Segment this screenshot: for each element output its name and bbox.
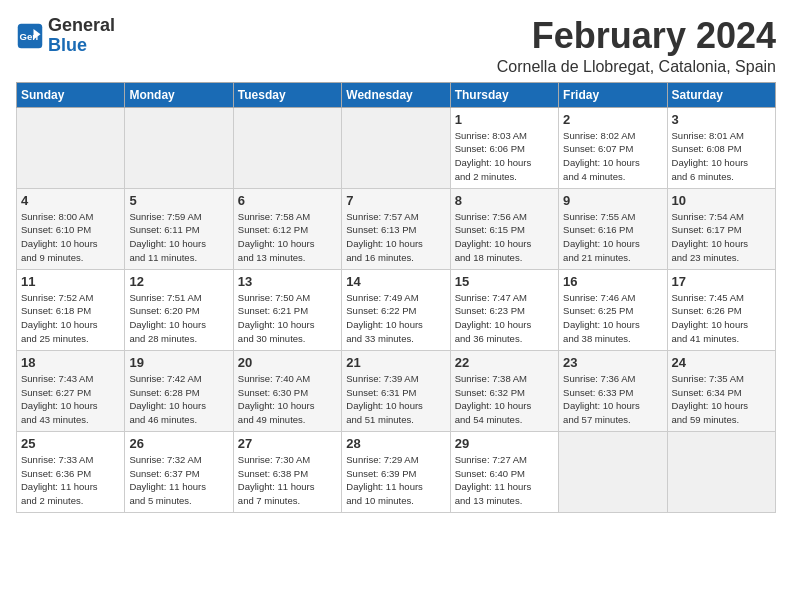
day-cell [342, 107, 450, 188]
day-cell: 20Sunrise: 7:40 AM Sunset: 6:30 PM Dayli… [233, 350, 341, 431]
day-cell: 5Sunrise: 7:59 AM Sunset: 6:11 PM Daylig… [125, 188, 233, 269]
day-cell: 3Sunrise: 8:01 AM Sunset: 6:08 PM Daylig… [667, 107, 775, 188]
day-number: 2 [563, 112, 662, 127]
day-number: 11 [21, 274, 120, 289]
day-number: 24 [672, 355, 771, 370]
day-cell: 28Sunrise: 7:29 AM Sunset: 6:39 PM Dayli… [342, 431, 450, 512]
day-cell: 17Sunrise: 7:45 AM Sunset: 6:26 PM Dayli… [667, 269, 775, 350]
day-cell: 29Sunrise: 7:27 AM Sunset: 6:40 PM Dayli… [450, 431, 558, 512]
day-number: 7 [346, 193, 445, 208]
day-cell: 2Sunrise: 8:02 AM Sunset: 6:07 PM Daylig… [559, 107, 667, 188]
day-number: 25 [21, 436, 120, 451]
day-cell: 22Sunrise: 7:38 AM Sunset: 6:32 PM Dayli… [450, 350, 558, 431]
day-info: Sunrise: 7:45 AM Sunset: 6:26 PM Dayligh… [672, 291, 771, 346]
day-info: Sunrise: 7:47 AM Sunset: 6:23 PM Dayligh… [455, 291, 554, 346]
day-number: 27 [238, 436, 337, 451]
header: Gen GeneralBlue February 2024 Cornella d… [16, 16, 776, 76]
calendar-table: SundayMondayTuesdayWednesdayThursdayFrid… [16, 82, 776, 513]
day-cell: 18Sunrise: 7:43 AM Sunset: 6:27 PM Dayli… [17, 350, 125, 431]
day-info: Sunrise: 7:46 AM Sunset: 6:25 PM Dayligh… [563, 291, 662, 346]
day-info: Sunrise: 7:27 AM Sunset: 6:40 PM Dayligh… [455, 453, 554, 508]
day-number: 18 [21, 355, 120, 370]
day-info: Sunrise: 7:40 AM Sunset: 6:30 PM Dayligh… [238, 372, 337, 427]
day-cell: 7Sunrise: 7:57 AM Sunset: 6:13 PM Daylig… [342, 188, 450, 269]
day-number: 1 [455, 112, 554, 127]
month-title: February 2024 [497, 16, 776, 56]
day-info: Sunrise: 8:03 AM Sunset: 6:06 PM Dayligh… [455, 129, 554, 184]
day-cell: 19Sunrise: 7:42 AM Sunset: 6:28 PM Dayli… [125, 350, 233, 431]
day-cell: 8Sunrise: 7:56 AM Sunset: 6:15 PM Daylig… [450, 188, 558, 269]
day-number: 29 [455, 436, 554, 451]
day-number: 23 [563, 355, 662, 370]
week-row-4: 18Sunrise: 7:43 AM Sunset: 6:27 PM Dayli… [17, 350, 776, 431]
day-cell: 1Sunrise: 8:03 AM Sunset: 6:06 PM Daylig… [450, 107, 558, 188]
day-info: Sunrise: 7:51 AM Sunset: 6:20 PM Dayligh… [129, 291, 228, 346]
weekday-header-monday: Monday [125, 82, 233, 107]
day-info: Sunrise: 7:54 AM Sunset: 6:17 PM Dayligh… [672, 210, 771, 265]
day-info: Sunrise: 7:55 AM Sunset: 6:16 PM Dayligh… [563, 210, 662, 265]
day-cell: 9Sunrise: 7:55 AM Sunset: 6:16 PM Daylig… [559, 188, 667, 269]
day-cell: 10Sunrise: 7:54 AM Sunset: 6:17 PM Dayli… [667, 188, 775, 269]
day-cell: 12Sunrise: 7:51 AM Sunset: 6:20 PM Dayli… [125, 269, 233, 350]
logo: Gen GeneralBlue [16, 16, 115, 56]
day-number: 8 [455, 193, 554, 208]
day-info: Sunrise: 7:35 AM Sunset: 6:34 PM Dayligh… [672, 372, 771, 427]
day-number: 4 [21, 193, 120, 208]
day-number: 20 [238, 355, 337, 370]
day-number: 10 [672, 193, 771, 208]
day-info: Sunrise: 7:43 AM Sunset: 6:27 PM Dayligh… [21, 372, 120, 427]
day-number: 19 [129, 355, 228, 370]
day-cell [667, 431, 775, 512]
day-number: 17 [672, 274, 771, 289]
day-info: Sunrise: 7:39 AM Sunset: 6:31 PM Dayligh… [346, 372, 445, 427]
day-number: 6 [238, 193, 337, 208]
week-row-2: 4Sunrise: 8:00 AM Sunset: 6:10 PM Daylig… [17, 188, 776, 269]
day-number: 3 [672, 112, 771, 127]
day-cell: 4Sunrise: 8:00 AM Sunset: 6:10 PM Daylig… [17, 188, 125, 269]
day-info: Sunrise: 7:56 AM Sunset: 6:15 PM Dayligh… [455, 210, 554, 265]
weekday-header-friday: Friday [559, 82, 667, 107]
day-number: 14 [346, 274, 445, 289]
day-number: 13 [238, 274, 337, 289]
day-cell: 13Sunrise: 7:50 AM Sunset: 6:21 PM Dayli… [233, 269, 341, 350]
day-number: 28 [346, 436, 445, 451]
day-number: 21 [346, 355, 445, 370]
day-cell: 14Sunrise: 7:49 AM Sunset: 6:22 PM Dayli… [342, 269, 450, 350]
logo-icon: Gen [16, 22, 44, 50]
day-number: 12 [129, 274, 228, 289]
title-area: February 2024 Cornella de Llobregat, Cat… [497, 16, 776, 76]
day-info: Sunrise: 7:50 AM Sunset: 6:21 PM Dayligh… [238, 291, 337, 346]
weekday-header-tuesday: Tuesday [233, 82, 341, 107]
week-row-3: 11Sunrise: 7:52 AM Sunset: 6:18 PM Dayli… [17, 269, 776, 350]
weekday-header-wednesday: Wednesday [342, 82, 450, 107]
day-info: Sunrise: 8:02 AM Sunset: 6:07 PM Dayligh… [563, 129, 662, 184]
day-info: Sunrise: 7:30 AM Sunset: 6:38 PM Dayligh… [238, 453, 337, 508]
day-info: Sunrise: 7:52 AM Sunset: 6:18 PM Dayligh… [21, 291, 120, 346]
day-number: 22 [455, 355, 554, 370]
day-info: Sunrise: 7:58 AM Sunset: 6:12 PM Dayligh… [238, 210, 337, 265]
day-info: Sunrise: 7:49 AM Sunset: 6:22 PM Dayligh… [346, 291, 445, 346]
week-row-1: 1Sunrise: 8:03 AM Sunset: 6:06 PM Daylig… [17, 107, 776, 188]
day-info: Sunrise: 7:33 AM Sunset: 6:36 PM Dayligh… [21, 453, 120, 508]
day-info: Sunrise: 7:36 AM Sunset: 6:33 PM Dayligh… [563, 372, 662, 427]
location-title: Cornella de Llobregat, Catalonia, Spain [497, 58, 776, 76]
day-cell: 23Sunrise: 7:36 AM Sunset: 6:33 PM Dayli… [559, 350, 667, 431]
weekday-header-saturday: Saturday [667, 82, 775, 107]
day-number: 15 [455, 274, 554, 289]
day-cell: 6Sunrise: 7:58 AM Sunset: 6:12 PM Daylig… [233, 188, 341, 269]
day-cell: 15Sunrise: 7:47 AM Sunset: 6:23 PM Dayli… [450, 269, 558, 350]
day-info: Sunrise: 7:32 AM Sunset: 6:37 PM Dayligh… [129, 453, 228, 508]
day-cell: 16Sunrise: 7:46 AM Sunset: 6:25 PM Dayli… [559, 269, 667, 350]
day-cell: 11Sunrise: 7:52 AM Sunset: 6:18 PM Dayli… [17, 269, 125, 350]
day-number: 26 [129, 436, 228, 451]
day-info: Sunrise: 7:59 AM Sunset: 6:11 PM Dayligh… [129, 210, 228, 265]
day-cell: 25Sunrise: 7:33 AM Sunset: 6:36 PM Dayli… [17, 431, 125, 512]
day-number: 5 [129, 193, 228, 208]
day-cell [233, 107, 341, 188]
weekday-header-sunday: Sunday [17, 82, 125, 107]
day-cell: 27Sunrise: 7:30 AM Sunset: 6:38 PM Dayli… [233, 431, 341, 512]
day-cell [125, 107, 233, 188]
day-cell: 26Sunrise: 7:32 AM Sunset: 6:37 PM Dayli… [125, 431, 233, 512]
day-cell: 24Sunrise: 7:35 AM Sunset: 6:34 PM Dayli… [667, 350, 775, 431]
day-number: 16 [563, 274, 662, 289]
